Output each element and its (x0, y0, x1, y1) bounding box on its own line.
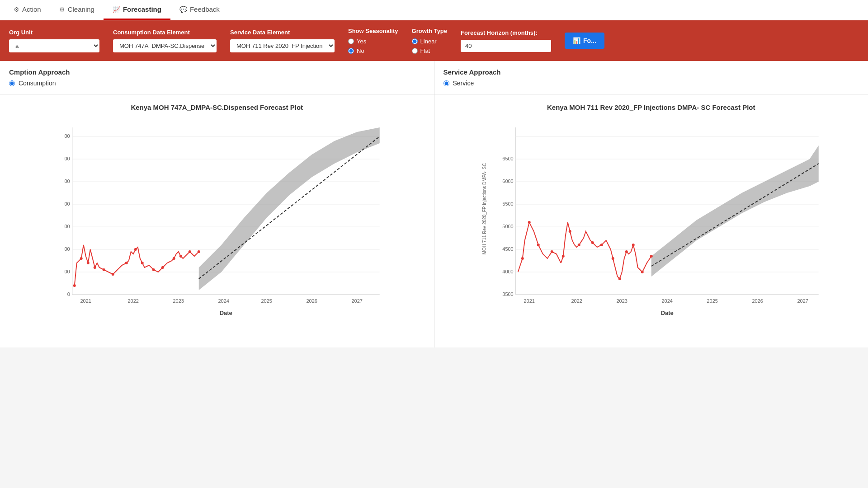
tab-cleaning-label: Cleaning (68, 5, 94, 13)
seasonality-yes-radio[interactable] (348, 38, 354, 44)
growth-flat-radio[interactable] (412, 48, 418, 54)
consumption-approach-title: Cmption Approach (9, 68, 425, 76)
svg-point-70 (611, 257, 614, 260)
svg-marker-17 (199, 127, 380, 290)
growth-label: Growth Type (412, 28, 447, 34)
svg-point-32 (189, 250, 191, 253)
growth-linear-option[interactable]: Linear (412, 38, 447, 45)
svg-point-27 (141, 262, 144, 264)
growth-flat-option[interactable]: Flat (412, 47, 447, 54)
seasonality-label: Show Seasonality (348, 28, 398, 34)
svg-point-64 (550, 250, 553, 253)
service-radio-label[interactable]: Service (443, 80, 859, 87)
feedback-icon: 💬 (179, 6, 187, 13)
svg-marker-59 (651, 145, 818, 277)
svg-point-66 (568, 230, 571, 233)
svg-point-29 (161, 266, 164, 269)
seasonality-no-option[interactable]: No (348, 47, 398, 54)
tab-feedback-label: Feedback (190, 5, 220, 13)
consumption-select[interactable]: MOH 747A_DMPA-SC.Dispense (113, 39, 217, 52)
consumption-radio[interactable] (9, 80, 15, 86)
svg-text:2027: 2027 (797, 298, 808, 304)
tab-forecasting[interactable]: 📈 Forecasting (104, 0, 170, 20)
svg-point-22 (94, 266, 96, 269)
growth-flat-label: Flat (420, 47, 430, 54)
svg-point-63 (537, 244, 539, 246)
approach-row: Cmption Approach Consumption Service App… (0, 61, 868, 94)
svg-text:3500: 3500 (502, 291, 513, 297)
svg-text:2022: 2022 (128, 298, 139, 304)
svg-text:00: 00 (65, 269, 70, 274)
svg-text:2022: 2022 (571, 298, 582, 304)
svg-text:2024: 2024 (218, 298, 229, 304)
svg-point-68 (591, 241, 594, 244)
consumption-label: Consumption Data Element (113, 29, 217, 36)
horizon-input[interactable] (461, 40, 551, 52)
svg-text:2026: 2026 (752, 298, 763, 304)
service-label: Service Data Element (230, 29, 335, 36)
svg-text:00: 00 (65, 156, 70, 161)
service-radio[interactable] (443, 80, 449, 86)
svg-text:00: 00 (65, 133, 70, 139)
tab-feedback[interactable]: 💬 Feedback (170, 0, 229, 20)
svg-point-30 (173, 257, 175, 260)
svg-point-61 (521, 257, 524, 260)
growth-group: Growth Type Linear Flat (412, 28, 447, 54)
svg-point-65 (561, 255, 564, 258)
forecasting-icon: 📈 (113, 6, 120, 13)
svg-point-21 (87, 262, 90, 264)
forecast-icon: 📊 (573, 37, 580, 44)
svg-text:Date: Date (660, 310, 673, 316)
service-group: Service Data Element MOH 711 Rev 2020_FP… (230, 29, 335, 52)
svg-text:2027: 2027 (352, 298, 363, 304)
svg-text:2025: 2025 (261, 298, 272, 304)
svg-point-23 (103, 268, 105, 271)
tab-cleaning[interactable]: ⚙ Cleaning (50, 0, 104, 20)
seasonality-group: Show Seasonality Yes No (348, 28, 398, 54)
svg-point-20 (80, 257, 83, 260)
forecast-button-label: Fo... (583, 37, 596, 44)
chart1-svg: 0 00 00 00 00 00 00 00 (9, 118, 425, 326)
svg-text:MOH 711 Rev 2020_FP Injections: MOH 711 Rev 2020_FP Injections DMPA- SC (481, 163, 486, 255)
chart1-container: 0 00 00 00 00 00 00 00 (9, 118, 425, 326)
svg-text:00: 00 (65, 224, 70, 229)
svg-point-28 (152, 268, 155, 271)
cleaning-icon: ⚙ (59, 6, 65, 13)
svg-text:2023: 2023 (173, 298, 184, 304)
tab-action[interactable]: ⚙ Action (5, 0, 50, 20)
svg-text:00: 00 (65, 201, 70, 206)
seasonality-no-label: No (357, 47, 364, 54)
growth-radios: Linear Flat (412, 38, 447, 54)
svg-point-71 (618, 277, 621, 280)
svg-text:0: 0 (67, 291, 70, 297)
svg-text:4500: 4500 (502, 246, 513, 252)
svg-text:2021: 2021 (80, 298, 91, 304)
svg-text:5500: 5500 (502, 201, 513, 206)
forecast-button[interactable]: 📊 Fo... (565, 33, 604, 49)
svg-point-24 (112, 273, 114, 276)
org-unit-select[interactable]: a (9, 39, 99, 52)
growth-linear-radio[interactable] (412, 38, 418, 44)
tab-forecasting-label: Forecasting (123, 5, 161, 13)
service-chart-panel: Kenya MOH 711 Rev 2020_FP Injections DMP… (434, 94, 868, 347)
service-select[interactable]: MOH 711 Rev 2020_FP Injection (230, 39, 335, 52)
seasonality-no-radio[interactable] (348, 48, 354, 54)
svg-point-62 (528, 221, 530, 224)
horizon-group: Forecast Horizon (months): (461, 29, 551, 52)
svg-text:2026: 2026 (307, 298, 317, 304)
chart1-title: Kenya MOH 747A_DMPA-SC.Dispensed Forecas… (9, 103, 425, 111)
horizon-label: Forecast Horizon (months): (461, 29, 551, 36)
svg-point-75 (650, 255, 652, 258)
svg-text:6000: 6000 (502, 178, 513, 184)
service-approach-panel: Service Approach Service (434, 61, 868, 94)
seasonality-yes-option[interactable]: Yes (348, 38, 398, 45)
svg-point-31 (179, 255, 182, 258)
nav-tabs: ⚙ Action ⚙ Cleaning 📈 Forecasting 💬 Feed… (0, 0, 868, 20)
svg-point-72 (625, 250, 627, 253)
svg-text:00: 00 (65, 246, 70, 252)
svg-point-26 (134, 248, 137, 251)
chart2-container: 3500 4000 4500 5000 5500 6000 6500 MOH 7… (443, 118, 859, 326)
consumption-radio-label[interactable]: Consumption (9, 80, 425, 87)
svg-text:2024: 2024 (661, 298, 672, 304)
seasonality-radios: Yes No (348, 38, 398, 54)
